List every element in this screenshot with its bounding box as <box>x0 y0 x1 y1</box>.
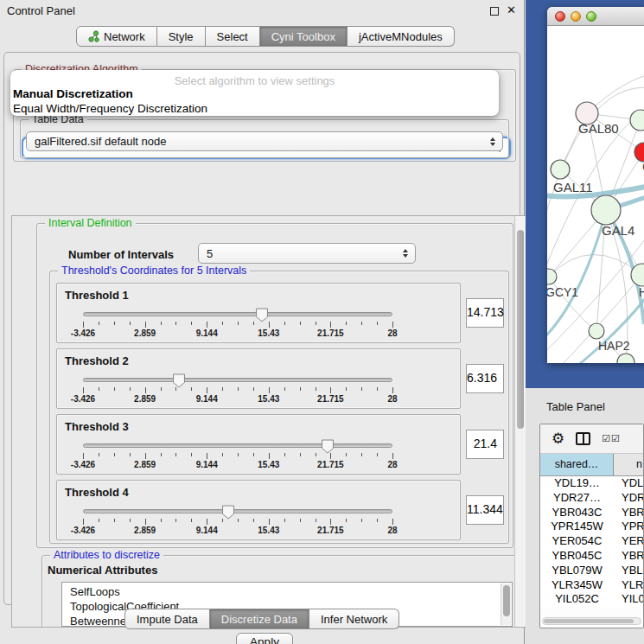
algorithm-hint: Select algorithm to view settings <box>10 74 499 87</box>
minimize-traffic-light-icon[interactable] <box>571 11 581 22</box>
tick-label: 9.144 <box>196 526 218 535</box>
desktop-background: GAL80GACGAL11GAL4GCY1HHAP2 <box>526 0 644 388</box>
cell-name: YIL0 <box>614 592 643 607</box>
settings-scrollbar[interactable] <box>514 216 526 627</box>
control-panel-titlebar: Control Panel ✕ <box>0 0 524 22</box>
cell-name: YBL0 <box>614 564 643 578</box>
threshold-value-field[interactable]: 21.4 <box>466 430 504 459</box>
number-of-intervals-combobox[interactable]: 5 <box>198 243 416 264</box>
table-panel-title: Table Panel <box>546 400 605 413</box>
network-window-titlebar <box>547 7 644 26</box>
columns-icon[interactable] <box>576 432 590 445</box>
cell-name: YLR3 <box>614 578 643 593</box>
table-row[interactable]: YPR145WYPR1 <box>540 520 643 534</box>
tab-style[interactable]: Style <box>157 26 206 47</box>
slider-thumb-icon[interactable] <box>255 308 268 322</box>
close-icon[interactable]: ✕ <box>507 3 516 16</box>
table-horizontal-scrollbar[interactable] <box>542 617 641 625</box>
table-data-combobox[interactable]: galFiltered.sif default node <box>26 131 503 151</box>
cell-name: YBR0 <box>614 506 643 520</box>
tab-infer-network[interactable]: Infer Network <box>309 609 399 629</box>
tab-discretize-data[interactable]: Discretize Data <box>210 609 309 629</box>
threshold-slider[interactable] <box>83 311 392 318</box>
tick-label: 9.144 <box>196 328 218 338</box>
algorithm-option[interactable]: Equal Width/Frequency Discretization <box>10 102 499 117</box>
svg-text:GAL11: GAL11 <box>553 180 593 194</box>
threshold-value-field[interactable]: 11.344 <box>466 495 504 525</box>
slider-track[interactable] <box>83 509 392 513</box>
table-data-value: galFiltered.sif default node <box>35 135 166 148</box>
algorithm-option[interactable]: Manual Discretization <box>10 87 499 102</box>
threshold-slider[interactable] <box>83 508 392 515</box>
slider-tick-labels: -3.4262.8599.14415.4321.71528 <box>83 394 392 405</box>
table-row[interactable]: YBR045CYBR0 <box>540 549 643 564</box>
tick-label: 9.144 <box>196 460 218 469</box>
table-row[interactable]: YBL079WYBL0 <box>540 564 643 578</box>
cell-shared-name: YDL19… <box>540 476 614 491</box>
tab-jactivemnodules[interactable]: jActiveMNodules <box>348 26 455 47</box>
tick-label: 28 <box>387 460 397 469</box>
thresholds-group: Threshold's Coordinates for 5 Intervals … <box>49 271 509 544</box>
cell-shared-name: YDR27… <box>540 491 614 506</box>
table-row[interactable]: YLR345WYLR3 <box>540 578 643 593</box>
tab-label: Network <box>104 30 145 43</box>
close-traffic-light-icon[interactable] <box>555 11 565 22</box>
table-row[interactable]: YDR27…YDR2 <box>540 491 643 506</box>
cell-shared-name: YIL052C <box>540 592 614 607</box>
bottom-tab-bar: Impute DataDiscretize DataInfer Network <box>124 609 399 629</box>
number-of-intervals-value: 5 <box>207 247 213 260</box>
control-panel: Control Panel ✕ NetworkStyleSelectCyni T… <box>0 0 525 644</box>
tick-label: 28 <box>387 526 397 535</box>
cell-name: YDL1 <box>614 476 643 491</box>
threshold-panel: Threshold 2-3.4262.8599.14415.4321.71528 <box>56 348 461 409</box>
network-graph: GAL80GACGAL11GAL4GCY1HHAP2 <box>547 26 644 363</box>
tab-label: jActiveMNodules <box>359 30 443 43</box>
threshold-slider[interactable] <box>83 377 392 384</box>
cell-shared-name: YER054C <box>540 534 614 549</box>
table-row[interactable]: YBR043CYBR0 <box>540 506 643 520</box>
slider-thumb-icon[interactable] <box>321 439 334 454</box>
tab-label: Style <box>169 30 194 43</box>
select-columns-icon[interactable]: ☑☑ <box>602 433 621 444</box>
slider-ticks <box>83 519 392 526</box>
slider-thumb-icon[interactable] <box>222 505 235 520</box>
cell-shared-name: YBR043C <box>540 506 614 520</box>
tab-label: Select <box>217 30 248 43</box>
slider-tick-labels: -3.4262.8599.14415.4321.71528 <box>83 328 392 339</box>
gear-icon[interactable]: ⚙ <box>552 431 564 446</box>
attributes-scrollbar[interactable] <box>501 583 511 625</box>
tab-select[interactable]: Select <box>206 26 260 47</box>
tick-label: 21.715 <box>317 394 344 404</box>
tick-label: -3.426 <box>71 328 95 338</box>
slider-track[interactable] <box>83 378 392 382</box>
tab-cyni-toolbox[interactable]: Cyni Toolbox <box>260 26 348 47</box>
threshold-value-field[interactable]: 6.316 <box>466 364 504 393</box>
slider-track[interactable] <box>83 443 392 448</box>
tab-impute-data[interactable]: Impute Data <box>124 609 210 629</box>
zoom-traffic-light-icon[interactable] <box>586 11 596 22</box>
tab-label: Discretize Data <box>221 613 297 626</box>
combo-spinner-icon <box>490 137 495 146</box>
threshold-slider[interactable] <box>83 443 392 450</box>
table-header-row: shared… n <box>540 454 643 476</box>
panel-title: Control Panel <box>7 4 75 17</box>
tab-network[interactable]: Network <box>76 26 157 47</box>
slider-track[interactable] <box>83 312 392 316</box>
table-panel: Table Panel ⚙ ☑☑ shared… n YDL19…YDL1YDR… <box>526 388 644 644</box>
table-row[interactable]: YER054CYER0 <box>540 534 643 549</box>
tick-label: 9.144 <box>196 394 218 404</box>
slider-thumb-icon[interactable] <box>172 373 185 388</box>
network-icon <box>88 30 99 42</box>
table-row[interactable]: YDL19…YDL1 <box>540 476 643 491</box>
numerical-attributes-label: Numerical Attributes <box>48 564 157 577</box>
attribute-list-item[interactable]: SelfLoops <box>62 584 512 599</box>
threshold-value-field[interactable]: 14.713 <box>466 298 504 328</box>
float-window-icon[interactable] <box>490 7 499 16</box>
table-row[interactable]: YIL052CYIL0 <box>540 592 643 607</box>
column-header-name[interactable]: n <box>614 454 643 475</box>
column-header-shared-name[interactable]: shared… <box>540 454 614 475</box>
apply-button[interactable]: Apply <box>236 633 293 644</box>
interval-definition-label: Interval Definition <box>45 217 136 230</box>
network-canvas[interactable]: GAL80GACGAL11GAL4GCY1HHAP2 <box>547 26 644 363</box>
attributes-to-discretize-label: Attributes to discretize <box>50 549 163 562</box>
